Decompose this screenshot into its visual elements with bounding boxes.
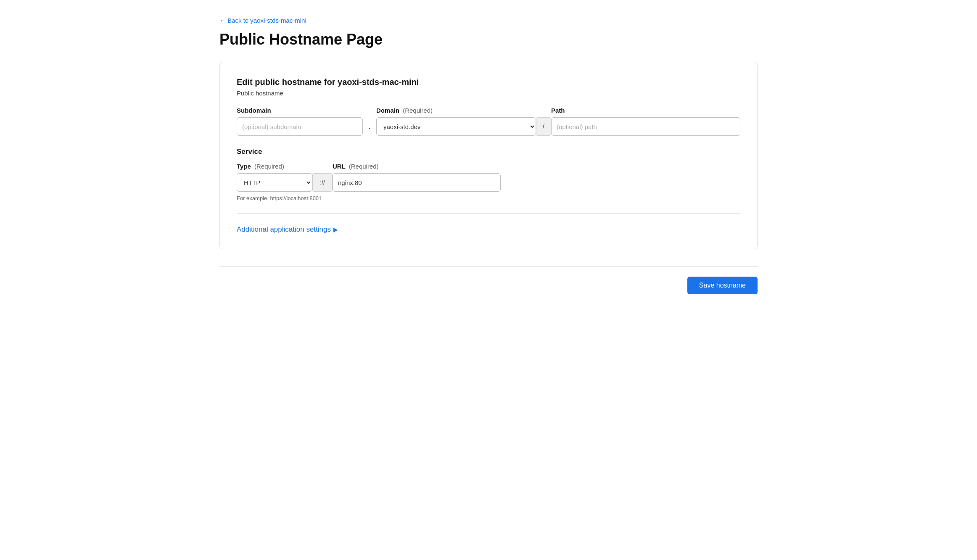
main-card: Edit public hostname for yaoxi-stds-mac-… — [219, 62, 758, 249]
divider — [237, 213, 740, 214]
save-hostname-button[interactable]: Save hostname — [687, 277, 758, 294]
type-label: Type (Required) — [237, 163, 312, 170]
section-title: Edit public hostname for yaoxi-stds-mac-… — [237, 77, 740, 87]
url-label: URL (Required) — [333, 163, 501, 170]
subdomain-label: Subdomain — [237, 107, 363, 114]
public-hostname-label: Public hostname — [237, 90, 740, 97]
path-label: Path — [551, 107, 740, 114]
url-input[interactable] — [333, 173, 501, 192]
page-title: Public Hostname Page — [219, 31, 758, 48]
domain-select[interactable]: yaoxi-std.dev — [376, 117, 536, 136]
hostname-row: Subdomain . Domain (Required) yaoxi-std.… — [237, 107, 740, 136]
type-select[interactable]: HTTP HTTPS SSH RDP TCP UDP — [237, 173, 312, 192]
example-text: For example, https://localhost:8001 — [237, 195, 740, 201]
back-link[interactable]: ← Back to yaoxi-stds-mac-mini — [219, 17, 306, 24]
bottom-bar: Save hostname — [219, 266, 758, 294]
protocol-separator: :// — [312, 173, 333, 192]
service-label: Service — [237, 148, 740, 156]
dot-separator: . — [363, 117, 376, 136]
additional-settings-link[interactable]: Additional application settings ▶ — [237, 225, 338, 234]
domain-required: (Required) — [403, 107, 433, 114]
slash-separator: / — [536, 117, 551, 136]
chevron-right-icon: ▶ — [333, 226, 338, 233]
service-section: Service Type (Required) HTTP HTTPS SSH R… — [237, 148, 740, 201]
additional-settings-label: Additional application settings — [237, 225, 331, 234]
subdomain-input[interactable] — [237, 117, 363, 136]
url-required: (Required) — [349, 163, 379, 170]
service-row: Type (Required) HTTP HTTPS SSH RDP TCP U… — [237, 163, 740, 192]
path-input[interactable] — [551, 117, 740, 136]
type-required: (Required) — [254, 163, 284, 170]
domain-label: Domain (Required) — [376, 107, 536, 114]
